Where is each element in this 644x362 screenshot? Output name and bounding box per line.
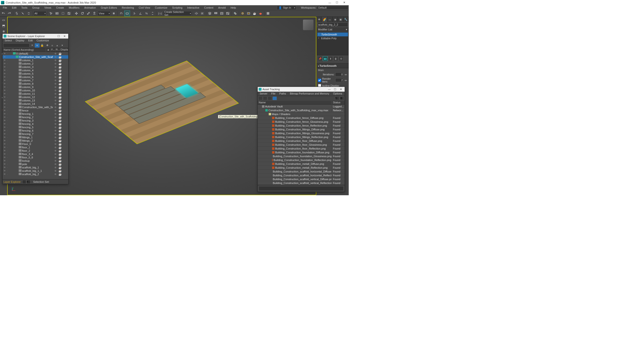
- tree-row[interactable]: 👁·fencing_6❄☕: [3, 129, 68, 132]
- freeze-icon[interactable]: ·: [6, 146, 9, 149]
- visibility-icon[interactable]: 👁: [3, 143, 6, 145]
- visibility-icon[interactable]: 👁: [3, 69, 6, 71]
- freeze-icon[interactable]: ·: [6, 153, 9, 155]
- motion-tab[interactable]: ◉: [333, 17, 338, 22]
- refcoord-dropdown[interactable]: View: [98, 11, 111, 16]
- frozen-cell[interactable]: ❄: [53, 62, 58, 65]
- visibility-icon[interactable]: 👁: [3, 96, 6, 98]
- asset-tracking-min-button[interactable]: —: [326, 88, 332, 91]
- frozen-cell[interactable]: ❄: [53, 149, 58, 152]
- frozen-cell[interactable]: ❄: [53, 109, 58, 112]
- at-tb-settings[interactable]: ⚙: [340, 96, 344, 100]
- create-tab[interactable]: ✚: [316, 17, 322, 22]
- freeze-icon[interactable]: ·: [6, 126, 9, 128]
- hierarchy-tab[interactable]: ⚏: [328, 17, 333, 22]
- asset-tracking-status-input[interactable]: [259, 186, 344, 191]
- visibility-icon[interactable]: 👁: [3, 163, 6, 165]
- asset-row[interactable]: Construction_Site_with_Scaffolding_max_v…: [258, 108, 345, 112]
- select-region-rect-button[interactable]: [60, 10, 66, 16]
- frozen-cell[interactable]: ❄: [53, 59, 58, 62]
- selset-tool-icon[interactable]: ▭: [0, 17, 7, 22]
- unlink-button[interactable]: [20, 10, 26, 16]
- modify-tab[interactable]: 🌈: [322, 17, 327, 22]
- frozen-cell[interactable]: ❄: [53, 106, 58, 109]
- tree-row[interactable]: 👁·fencing_5❄☕: [3, 126, 68, 129]
- visibility-icon[interactable]: 👁: [3, 76, 6, 78]
- tree-row[interactable]: 👁·colomn_9❄☕: [3, 85, 68, 89]
- visibility-icon[interactable]: 👁: [3, 62, 6, 65]
- frozen-cell[interactable]: ❄: [53, 112, 58, 116]
- at-menu-file[interactable]: File: [269, 92, 277, 96]
- menu-civil-view[interactable]: Civil View: [136, 6, 152, 9]
- frozen-cell[interactable]: ❄: [53, 153, 58, 156]
- render-cell[interactable]: ☕: [58, 86, 62, 89]
- frozen-cell[interactable]: ❄: [53, 96, 58, 99]
- se-header-frozen[interactable]: F...: [50, 48, 55, 52]
- render-cell[interactable]: ☕: [58, 59, 62, 62]
- tree-row[interactable]: 👁·Construction_Site_with_Scaffolding❄☕: [3, 105, 68, 109]
- se-mode-dropdown[interactable]: [22, 180, 26, 184]
- freeze-icon[interactable]: ·: [6, 136, 9, 139]
- freeze-icon[interactable]: ·: [6, 163, 9, 165]
- asset-row[interactable]: Building_Construction_fence_Diffuse.pngF…: [258, 116, 345, 120]
- freeze-icon[interactable]: ·: [6, 79, 9, 82]
- visibility-icon[interactable]: 👁: [3, 119, 6, 122]
- frozen-cell[interactable]: ❄: [53, 82, 58, 85]
- freeze-icon[interactable]: ·: [6, 52, 9, 55]
- tree-row[interactable]: 👁·floor_1❄☕: [3, 146, 68, 149]
- frozen-cell[interactable]: ❄: [53, 173, 58, 176]
- modifier-list-dropdown[interactable]: Modifier List ▾: [316, 27, 349, 32]
- visibility-icon[interactable]: 👁: [3, 123, 6, 125]
- render-cell[interactable]: ☕: [58, 149, 62, 152]
- asset-row[interactable]: Building_Construction_fence_Reflection.p…: [258, 124, 345, 127]
- visibility-icon[interactable]: 👁: [3, 66, 6, 68]
- render-cell[interactable]: ☕: [58, 62, 62, 65]
- configure-sets-icon[interactable]: ⚙: [339, 56, 344, 61]
- visibility-icon[interactable]: 👁: [3, 82, 6, 85]
- se-menu-display[interactable]: Display: [14, 38, 26, 43]
- asset-row[interactable]: Building_Construction_floor_Glossiness.p…: [258, 143, 345, 147]
- se-layer-button[interactable]: ≡: [26, 180, 30, 184]
- tree-row[interactable]: 👁·colomn_10❄☕: [3, 89, 68, 92]
- frozen-cell[interactable]: ❄: [53, 76, 58, 79]
- frozen-cell[interactable]: ❄: [53, 129, 58, 132]
- se-layers-icon[interactable]: ≡: [50, 43, 54, 48]
- tree-row[interactable]: 👁·fittings_2❄☕: [3, 139, 68, 142]
- se-header-sort[interactable]: ▲: [46, 48, 50, 52]
- scale-button[interactable]: [86, 10, 91, 16]
- tree-row[interactable]: 👁·lockup❄☕: [3, 159, 68, 162]
- frozen-cell[interactable]: ❄: [53, 133, 58, 136]
- freeze-icon[interactable]: ·: [6, 143, 9, 145]
- visibility-icon[interactable]: 👁: [3, 99, 6, 102]
- layer-explorer-button[interactable]: [207, 10, 213, 16]
- freeze-icon[interactable]: ·: [6, 72, 9, 75]
- frozen-cell[interactable]: ❄: [53, 65, 58, 69]
- se-search-input[interactable]: [3, 43, 30, 47]
- freeze-icon[interactable]: ·: [6, 96, 9, 98]
- visibility-icon[interactable]: 👁: [3, 89, 6, 92]
- freeze-icon[interactable]: ·: [6, 62, 9, 65]
- visibility-icon[interactable]: 👁: [3, 153, 6, 155]
- asset-row[interactable]: Building_Construction_floor_Reflection.p…: [258, 147, 345, 150]
- render-cell[interactable]: ☕: [58, 122, 62, 126]
- visibility-icon[interactable]: 👁: [3, 86, 6, 88]
- move-button[interactable]: [74, 10, 79, 16]
- asset-row[interactable]: Building_Construction_scaffold_vertical_…: [258, 181, 345, 185]
- freeze-icon[interactable]: ·: [6, 166, 9, 169]
- render-cell[interactable]: ☕: [58, 136, 62, 139]
- se-lock-icon[interactable]: 🔒: [40, 43, 44, 48]
- render-cell[interactable]: ☕: [58, 153, 62, 156]
- freeze-icon[interactable]: ·: [6, 160, 9, 162]
- link-button[interactable]: [14, 10, 20, 16]
- render-cell[interactable]: ☕: [58, 92, 62, 95]
- asset-row[interactable]: Maps / Shaders: [258, 112, 345, 116]
- freeze-icon[interactable]: ·: [6, 123, 9, 125]
- se-menu-edit[interactable]: Edit: [26, 38, 35, 43]
- freeze-tool-icon[interactable]: ❄: [0, 29, 7, 34]
- tree-row[interactable]: 👁·colomn_2❄☕: [3, 62, 68, 65]
- freeze-icon[interactable]: ·: [6, 82, 9, 85]
- tree-row[interactable]: 👁·fencing_3❄☕: [3, 119, 68, 122]
- tree-row[interactable]: 👁·fencing_2❄☕: [3, 116, 68, 119]
- frozen-cell[interactable]: ❄: [53, 86, 58, 89]
- se-header-render[interactable]: R...: [55, 48, 60, 52]
